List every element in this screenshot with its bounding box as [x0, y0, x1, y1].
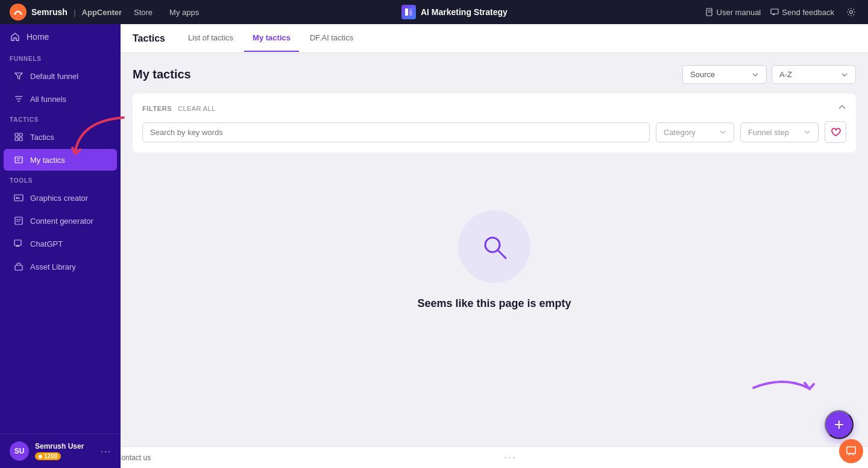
svg-rect-13 [19, 133, 22, 136]
tab-my-tactics[interactable]: My tactics [244, 25, 299, 52]
filters-header-left: FILTERS CLEAR ALL [142, 105, 216, 112]
page-header: My tactics Source A-Z [133, 65, 856, 84]
tactics-icon [13, 131, 24, 142]
filters-label: FILTERS [142, 105, 172, 112]
footer-center: ··· [163, 452, 858, 463]
tactics-section-label: TACTICS [0, 110, 121, 125]
app-icon [401, 5, 416, 19]
contact-us-link[interactable]: Contact us [116, 454, 151, 462]
chevron-down-icon [719, 128, 726, 136]
category-dropdown[interactable]: Category [656, 122, 734, 142]
clear-all-button[interactable]: CLEAR ALL [178, 105, 215, 112]
appcenter-label: AppCenter [82, 8, 122, 17]
top-navigation: Semrush | AppCenter Store My apps AI Mar… [0, 0, 868, 24]
chevron-down-icon [841, 71, 848, 78]
book-icon [705, 8, 714, 16]
sidebar: Home FUNNELS Default funnel All funnels … [0, 24, 121, 468]
content-generator-icon [13, 215, 24, 226]
tab-df-ai-tactics[interactable]: DF.AI tactics [301, 25, 362, 52]
funnel-step-dropdown[interactable]: Funnel step [740, 122, 819, 142]
user-info: Semrush User 1200 [35, 442, 94, 461]
sidebar-item-default-funnel[interactable]: Default funnel [4, 65, 117, 87]
svg-rect-16 [15, 157, 22, 163]
svg-rect-15 [19, 138, 22, 141]
collapse-filters-button[interactable] [838, 103, 846, 114]
sidebar-item-chatgpt[interactable]: ChatGPT [4, 233, 117, 255]
header-controls: Source A-Z [682, 65, 856, 84]
brand-logo[interactable]: Semrush | AppCenter [10, 4, 122, 21]
svg-rect-21 [15, 217, 22, 224]
filters-row: Category Funnel step [142, 121, 846, 143]
feedback-icon [770, 8, 779, 16]
chatgpt-icon [13, 238, 24, 249]
sidebar-item-graphics-creator[interactable]: Graphics creator [4, 187, 117, 209]
user-manual-link[interactable]: User manual [705, 8, 761, 17]
filters-panel: FILTERS CLEAR ALL Category Funnel step [133, 93, 856, 153]
semrush-logo-icon [10, 4, 27, 21]
svg-rect-24 [14, 240, 21, 245]
chat-button[interactable] [839, 439, 863, 463]
tab-list-of-tactics[interactable]: List of tactics [180, 25, 242, 52]
funnel-icon [13, 71, 24, 81]
graphics-creator-icon [13, 192, 24, 203]
sidebar-item-tactics[interactable]: Tactics [4, 126, 117, 148]
svg-rect-1 [405, 8, 408, 16]
user-more-button[interactable]: ⋯ [100, 444, 111, 458]
sort-dropdown-label: A-Z [779, 70, 792, 79]
all-funnels-icon [13, 93, 24, 104]
chevron-down-icon [804, 128, 811, 136]
sidebar-item-my-tactics[interactable]: My tactics [4, 149, 117, 171]
footer-dots: ··· [504, 452, 517, 463]
myapps-link[interactable]: My apps [165, 5, 204, 19]
empty-icon-circle [458, 210, 530, 283]
svg-rect-14 [15, 138, 18, 141]
page-title: My tactics [133, 68, 191, 81]
brand-name: Semrush [31, 7, 68, 17]
topnav-right: User manual Send feedback [705, 5, 858, 19]
favorites-button[interactable] [825, 121, 846, 143]
search-empty-icon [479, 232, 509, 262]
tools-section-label: TOOLS [0, 171, 121, 186]
store-link[interactable]: Store [129, 5, 157, 19]
sidebar-item-all-funnels[interactable]: All funnels [4, 88, 117, 110]
main-content: Tactics List of tactics My tactics DF.AI… [121, 24, 868, 468]
svg-line-27 [498, 250, 506, 258]
app-title: AI Marketing Strategy [401, 5, 508, 19]
empty-text: Seems like this page is empty [417, 297, 571, 310]
svg-rect-2 [409, 10, 412, 16]
source-dropdown-label: Source [690, 70, 715, 79]
sidebar-item-asset-library[interactable]: Asset Library [4, 256, 117, 277]
tabs-page-title: Tactics [133, 33, 165, 44]
search-input[interactable] [142, 122, 650, 142]
svg-point-8 [850, 11, 853, 14]
svg-rect-3 [409, 8, 412, 10]
badge-dot [39, 455, 42, 458]
source-dropdown[interactable]: Source [682, 65, 767, 84]
empty-state: Seems like this page is empty [133, 162, 856, 358]
my-tactics-icon [13, 154, 24, 165]
user-badge: 1200 [35, 452, 61, 460]
svg-rect-12 [15, 133, 18, 136]
user-name: Semrush User [35, 442, 94, 451]
filters-header: FILTERS CLEAR ALL [142, 103, 846, 114]
svg-rect-7 [771, 9, 778, 14]
sidebar-item-home[interactable]: Home [0, 24, 121, 49]
sort-dropdown[interactable]: A-Z [772, 65, 856, 84]
settings-icon[interactable] [844, 5, 858, 19]
tabs-row: Tactics List of tactics My tactics DF.AI… [121, 24, 868, 53]
sidebar-item-content-generator[interactable]: Content generator [4, 210, 117, 232]
chevron-down-icon [752, 71, 759, 78]
funnel-step-label: Funnel step [748, 128, 789, 137]
asset-library-icon [13, 261, 24, 272]
footer-bar: Cookie Settings Legal Info Contact us ··… [0, 446, 868, 468]
avatar: SU [10, 441, 29, 461]
category-label: Category [664, 128, 696, 137]
add-button[interactable]: + [825, 410, 854, 439]
home-icon [10, 31, 20, 42]
content-area: My tactics Source A-Z FILTERS CLEAR ALL [121, 53, 868, 468]
send-feedback-link[interactable]: Send feedback [770, 8, 834, 17]
brand-divider: | [74, 8, 76, 17]
search-wrap [142, 122, 650, 142]
sidebar-footer: SU Semrush User 1200 ⋯ [0, 434, 121, 468]
svg-rect-25 [15, 265, 22, 270]
